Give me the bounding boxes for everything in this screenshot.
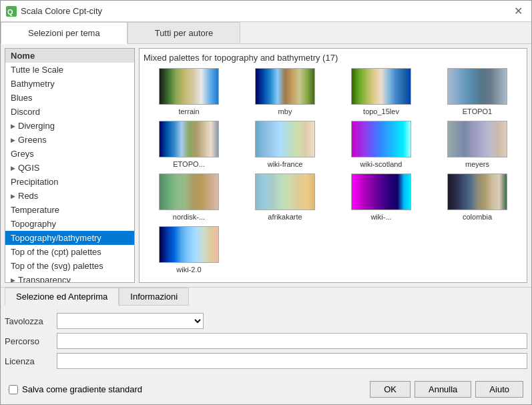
sidebar-item-blues[interactable]: Blues (5, 91, 134, 105)
percorso-row: Percorso (5, 333, 527, 349)
palette-label-wiki20: wiki-2.0 (176, 266, 201, 274)
aiuto-button[interactable]: Aiuto (475, 381, 523, 398)
palette-label-wiki-x: wiki-... (370, 213, 391, 221)
ok-button[interactable]: OK (370, 381, 411, 398)
palette-item-meyers[interactable]: meyers (432, 121, 523, 168)
palette-swatch-wiki-x (351, 173, 411, 210)
palette-item-wiki-france[interactable]: wiki-france (240, 121, 330, 168)
palette-label-topo15lev: topo_15lev (363, 107, 399, 115)
palette-item-terrain[interactable]: terrain (144, 68, 234, 115)
licenza-label: Licenza (5, 356, 51, 366)
sidebar-item-precipitation[interactable]: Precipitation (5, 175, 134, 189)
main-content: Nome Tutte le ScaleBathymetryBluesDiscor… (1, 44, 531, 287)
palette-label-etopo2: ETOPO... (173, 160, 204, 168)
sidebar-items: Tutte le ScaleBathymetryBluesDiscordDive… (5, 63, 134, 283)
sidebar-item-temperature[interactable]: Temperature (5, 203, 134, 217)
bottom-section: Selezione ed Anteprima Informazioni Tavo… (1, 287, 531, 404)
palette-label-wiki-scotland: wiki-scotland (360, 160, 403, 168)
sidebar-item-reds[interactable]: Reds (5, 189, 134, 203)
sidebar-item-top-cpt[interactable]: Top of the (cpt) palettes (5, 245, 134, 259)
palette-swatch-etopo1 (447, 68, 507, 105)
palette-item-colombia[interactable]: colombia (432, 173, 523, 221)
window-title: Scala Colore Cpt-city (21, 6, 102, 16)
main-window: Q Scala Colore Cpt-city ✕ Selezioni per … (0, 0, 532, 405)
palette-item-etopo2[interactable]: ETOPO... (144, 121, 234, 168)
close-button[interactable]: ✕ (510, 3, 526, 19)
sidebar-item-discord[interactable]: Discord (5, 105, 134, 119)
sidebar-item-qgis[interactable]: QGIS (5, 161, 134, 175)
palette-title: Mixed palettes for topography and bathym… (144, 53, 523, 63)
sidebar-item-diverging[interactable]: Diverging (5, 119, 134, 133)
palette-swatch-colombia (447, 173, 507, 210)
tavolozza-row: Tavolozza (5, 313, 527, 329)
palette-item-mby[interactable]: mby (240, 68, 330, 115)
sidebar-item-top-svg[interactable]: Top of the (svg) palettes (5, 259, 134, 273)
palette-item-nordisk[interactable]: nordisk-... (144, 173, 234, 221)
percorso-label: Percorso (5, 336, 51, 346)
palette-item-topo15lev[interactable]: topo_15lev (336, 68, 427, 115)
palette-swatch-afrikakarte (255, 173, 315, 210)
palette-label-wiki-france: wiki-france (268, 160, 303, 168)
sidebar-item-topography[interactable]: Topography (5, 217, 134, 231)
palette-label-colombia: colombia (463, 213, 492, 221)
tavolozza-label: Tavolozza (5, 316, 51, 326)
main-tabs: Selezioni per tema Tutti per autore (1, 22, 531, 44)
palette-area: Mixed palettes for topography and bathym… (139, 48, 527, 283)
palette-swatch-etopo2 (159, 121, 219, 157)
palette-swatch-wiki-scotland (351, 121, 411, 157)
palette-grid: terrainmbytopo_15levETOPO1ETOPO...wiki-f… (144, 68, 523, 274)
sidebar-item-tutte[interactable]: Tutte le Scale (5, 63, 134, 77)
palette-item-wiki20[interactable]: wiki-2.0 (144, 226, 234, 274)
palette-label-terrain: terrain (178, 107, 199, 115)
tab-tutti[interactable]: Tutti per autore (127, 22, 241, 44)
palette-label-mby: mby (278, 107, 292, 115)
licenza-input[interactable] (57, 353, 527, 369)
form-area: Tavolozza Percorso Licenza (5, 310, 527, 376)
percorso-input[interactable] (57, 333, 527, 349)
sidebar-header: Nome (5, 49, 134, 63)
palette-label-nordisk: nordisk-... (173, 213, 205, 221)
sidebar-item-transparency[interactable]: Transparency (5, 273, 134, 283)
palette-item-wiki-x[interactable]: wiki-... (336, 173, 427, 221)
palette-item-wiki-scotland[interactable]: wiki-scotland (336, 121, 427, 168)
tab-selezioni[interactable]: Selezioni per tema (1, 22, 127, 44)
sidebar-item-topography-bathymetry[interactable]: Topography/bathymetry (5, 231, 134, 245)
title-bar-left: Q Scala Colore Cpt-city (6, 6, 102, 17)
buttons-row: OK Annulla Aiuto (370, 381, 523, 398)
palette-swatch-meyers (447, 121, 507, 157)
palette-swatch-mby (255, 68, 315, 105)
salva-checkbox[interactable] (9, 385, 18, 394)
palette-swatch-wiki-france (255, 121, 315, 157)
palette-swatch-nordisk (159, 173, 219, 210)
licenza-row: Licenza (5, 353, 527, 369)
checkbox-row: Salva come gradiente standard (9, 384, 142, 394)
palette-label-afrikakarte: afrikakarte (268, 213, 302, 221)
app-icon: Q (6, 6, 17, 17)
sidebar-item-greens[interactable]: Greens (5, 133, 134, 147)
bottom-tab-informazioni[interactable]: Informazioni (119, 288, 189, 306)
palette-item-etopo1[interactable]: ETOPO1 (432, 68, 523, 115)
bottom-tab-selezione[interactable]: Selezione ed Anteprima (5, 288, 119, 306)
palette-swatch-terrain (159, 68, 219, 105)
salva-label: Salva come gradiente standard (22, 384, 142, 394)
footer: Salva come gradiente standard OK Annulla… (5, 376, 527, 400)
palette-item-afrikakarte[interactable]: afrikakarte (240, 173, 330, 221)
bottom-tabs: Selezione ed Anteprima Informazioni (5, 288, 527, 305)
palette-label-etopo1: ETOPO1 (463, 107, 492, 115)
sidebar-item-bathymetry[interactable]: Bathymetry (5, 77, 134, 91)
svg-text:Q: Q (7, 8, 13, 16)
sidebar-item-greys[interactable]: Greys (5, 147, 134, 161)
annulla-button[interactable]: Annulla (415, 381, 471, 398)
sidebar: Nome Tutte le ScaleBathymetryBluesDiscor… (5, 48, 135, 283)
palette-swatch-wiki20 (159, 226, 219, 263)
title-bar: Q Scala Colore Cpt-city ✕ (1, 1, 531, 22)
palette-swatch-topo15lev (351, 68, 411, 105)
palette-label-meyers: meyers (465, 160, 489, 168)
tavolozza-select[interactable] (57, 313, 204, 329)
